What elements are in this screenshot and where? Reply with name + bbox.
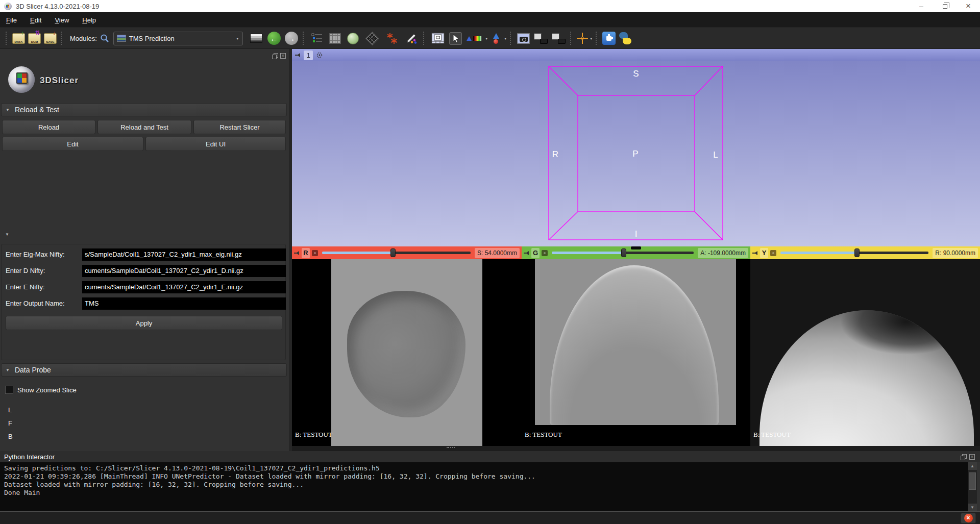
adjust-window-level-button[interactable] (465, 35, 483, 42)
python-console[interactable]: Saving predictions to: C:/Slicer/Slicer … (0, 462, 968, 511)
screen-capture-button[interactable] (430, 32, 446, 45)
menu-view[interactable]: View (55, 16, 69, 24)
models-button[interactable] (346, 32, 360, 45)
minimize-button[interactable]: – (910, 0, 933, 12)
green-slice-view[interactable]: B: TESTOUT (522, 259, 750, 446)
dicom-button[interactable]: ⇅DCM (28, 33, 41, 44)
scrollbar-thumb[interactable] (969, 472, 976, 490)
window-controls: – × (910, 0, 980, 12)
green-slice-offset: A: -109.0000mm (698, 248, 748, 258)
slider-handle[interactable] (390, 248, 396, 257)
red-slice-slider[interactable] (322, 248, 471, 257)
e-nifty-label: Enter E Nifty: (6, 283, 45, 291)
eig-max-input[interactable]: s/SampleDat/Coil1_137027_C2_ydir1_max_ei… (82, 248, 286, 261)
restore-icon (943, 4, 947, 9)
slice-visibility-icon[interactable] (770, 250, 776, 256)
yellow-slice-slider[interactable] (780, 248, 928, 257)
toolbar-grip[interactable] (303, 32, 305, 45)
error-log-button[interactable]: × (961, 513, 976, 523)
restart-slicer-button[interactable]: Restart Slicer (193, 120, 286, 134)
module-back-button[interactable]: ← (267, 32, 281, 45)
chevron-down-icon[interactable]: ▼ (504, 37, 507, 40)
head-dome-image (550, 265, 719, 425)
apply-button[interactable]: Apply (6, 316, 282, 330)
axis-label-inferior: I (635, 229, 638, 239)
scroll-up-icon[interactable]: ▲ (968, 462, 977, 470)
chevron-down-icon[interactable]: ▼ (590, 37, 593, 40)
module-history-button[interactable] (309, 32, 325, 45)
slice-visibility-icon[interactable] (542, 250, 548, 256)
output-name-input[interactable]: TMS (82, 297, 286, 310)
close-console-icon[interactable]: × (969, 454, 975, 460)
screenshot-button[interactable] (517, 33, 530, 44)
module-forward-button[interactable]: → (285, 32, 298, 45)
extensions-manager-button[interactable] (602, 32, 616, 45)
splitter-handle[interactable] (631, 246, 641, 249)
pin-icon[interactable] (752, 251, 758, 256)
pin-icon[interactable] (524, 251, 529, 256)
show-zoomed-slice-checkbox[interactable] (5, 386, 13, 394)
edit-button[interactable]: Edit (2, 137, 143, 151)
close-panel-icon[interactable]: × (280, 53, 286, 59)
e-nifty-input[interactable]: cuments/SampleDat/Coil1_137027_C2_ydir1_… (82, 281, 286, 293)
transforms-button[interactable] (363, 33, 381, 44)
save-button[interactable]: ↓SAVE (44, 33, 57, 44)
scroll-down-icon[interactable]: ▼ (968, 504, 977, 511)
slider-handle[interactable] (621, 248, 626, 257)
slice-visibility-icon[interactable] (312, 250, 318, 256)
show-zoomed-slice-row: Show Zoomed Slice (5, 386, 77, 394)
green-slice-slider[interactable] (552, 248, 694, 257)
pin-icon[interactable] (294, 251, 300, 256)
module-selector-dropdown[interactable]: TMS Prediction ▼ (113, 32, 243, 45)
back-arrow-icon: ← (270, 35, 278, 42)
red-slice-view[interactable]: B: TESTOUT (292, 259, 522, 446)
console-splitter[interactable] (292, 446, 980, 451)
updown-arrow-icon: ⇅ (35, 30, 40, 35)
scene-view-capture-button[interactable] (534, 33, 548, 44)
data-probe-section-header[interactable]: ▼ Data Probe (1, 363, 287, 377)
toolbar-grip[interactable] (6, 32, 8, 45)
yellow-slice-view[interactable]: B: TESTOUT (750, 259, 980, 446)
place-fiducial-button[interactable] (490, 32, 502, 45)
reload-test-section-header[interactable]: ▼ Reload & Test (1, 103, 287, 116)
crosshair-button[interactable] (577, 33, 588, 44)
threed-view[interactable]: S R P L I (292, 61, 980, 246)
scene-view-restore-button[interactable] (552, 33, 566, 44)
d-nifty-input[interactable]: cuments/SampleDat/Coil1_137027_C2_ydir1_… (82, 265, 286, 277)
console-scrollbar[interactable]: ▲ ▼ (968, 462, 977, 511)
module-search-icon[interactable] (100, 34, 109, 43)
undock-console-icon[interactable] (961, 454, 966, 460)
toolbar-grip[interactable] (510, 32, 512, 45)
pin-icon[interactable] (295, 53, 301, 58)
undock-panel-icon[interactable] (272, 53, 278, 59)
threed-view-tab[interactable]: 1 (304, 51, 313, 60)
python-interactor-button[interactable] (619, 32, 632, 45)
chevron-down-icon[interactable]: ▼ (485, 37, 488, 40)
load-data-button[interactable]: ↑DATA (12, 33, 25, 44)
reload-and-test-button[interactable]: Reload and Test (97, 120, 191, 134)
toolbar-grip[interactable] (596, 32, 598, 45)
menu-file[interactable]: File (6, 16, 17, 24)
parameters-collapse-icon[interactable]: ▼ (5, 232, 9, 237)
reload-button[interactable]: Reload (2, 120, 95, 134)
layout-selector-button[interactable] (250, 34, 262, 43)
yellow-slice-controller: Y R: 90.0000mm (750, 246, 980, 259)
restore-button[interactable] (933, 0, 957, 12)
view-options-gear-icon[interactable] (316, 52, 323, 59)
slider-handle[interactable] (854, 248, 860, 257)
window-title: 3D Slicer 4.13.0-2021-08-19 (16, 3, 99, 10)
edit-ui-button[interactable]: Edit UI (145, 137, 286, 151)
menu-help[interactable]: Help (82, 16, 96, 24)
toolbar-grip[interactable] (423, 32, 426, 45)
toolbar-grip[interactable] (570, 32, 573, 45)
module-panel: × 3DSlicer ▼ Reload & Test Reload Reload… (0, 49, 289, 451)
fiducial-registration-button[interactable] (384, 31, 401, 45)
menu-edit[interactable]: Edit (30, 16, 41, 24)
toolbar-grip[interactable] (61, 32, 63, 45)
volume-rendering-button[interactable] (328, 32, 342, 45)
close-button[interactable]: × (957, 0, 980, 12)
load-data-label: DATA (15, 40, 23, 43)
splitter-handle[interactable] (447, 447, 455, 450)
editor-button[interactable] (404, 31, 419, 45)
mouse-interaction-button[interactable] (449, 32, 462, 45)
